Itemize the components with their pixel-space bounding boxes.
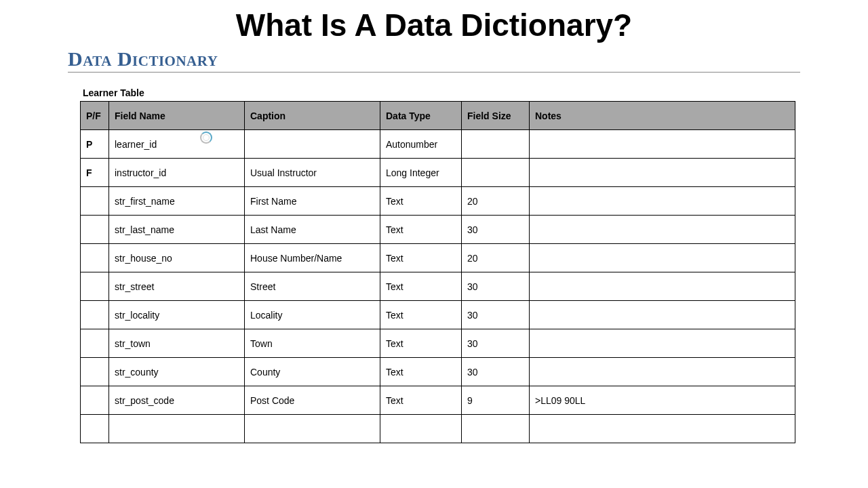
header-row: P/F Field Name Caption Data Type Field S… <box>81 102 795 130</box>
cell-data-type: Text <box>380 358 462 386</box>
col-header-notes: Notes <box>530 102 795 130</box>
cell-caption: House Number/Name <box>245 244 380 272</box>
cell-field-name: str_post_code <box>109 386 245 415</box>
cell-notes: >LL09 90LL <box>530 386 795 415</box>
cell-field-size <box>462 415 530 443</box>
cell-data-type: Text <box>380 329 462 358</box>
cell-pf <box>81 386 109 415</box>
col-header-pf: P/F <box>81 102 109 130</box>
cell-field-size <box>462 159 530 187</box>
cell-data-type: Autonumber <box>380 130 462 159</box>
table-caption: Learner Table <box>83 87 800 98</box>
cell-field-size <box>462 130 530 159</box>
cell-caption: First Name <box>245 187 380 216</box>
table-row <box>81 415 795 443</box>
cell-pf <box>81 415 109 443</box>
cell-pf <box>81 216 109 244</box>
col-header-caption: Caption <box>245 102 380 130</box>
document-body: Data Dictionary Learner Table P/F Field … <box>0 47 868 443</box>
table-row: str_last_nameLast NameText30 <box>81 216 795 244</box>
col-header-data-type: Data Type <box>380 102 462 130</box>
cell-field-name: str_first_name <box>109 187 245 216</box>
table-row: str_house_noHouse Number/NameText20 <box>81 244 795 272</box>
table-row: str_first_nameFirst NameText20 <box>81 187 795 216</box>
data-dictionary-table: P/F Field Name Caption Data Type Field S… <box>80 101 795 443</box>
cell-field-name: instructor_id <box>109 159 245 187</box>
table-row: Finstructor_idUsual InstructorLong Integ… <box>81 159 795 187</box>
cell-notes <box>530 130 795 159</box>
cell-caption: Locality <box>245 301 380 329</box>
table-row: str_townTownText30 <box>81 329 795 358</box>
cell-data-type <box>380 415 462 443</box>
cell-notes <box>530 358 795 386</box>
col-header-field-size: Field Size <box>462 102 530 130</box>
cell-field-size: 30 <box>462 272 530 301</box>
cell-data-type: Text <box>380 272 462 301</box>
cell-field-size: 9 <box>462 386 530 415</box>
table-row: str_streetStreetText30 <box>81 272 795 301</box>
cell-data-type: Text <box>380 386 462 415</box>
cell-field-size: 30 <box>462 301 530 329</box>
cell-data-type: Text <box>380 187 462 216</box>
cell-caption: Usual Instructor <box>245 159 380 187</box>
cell-caption: Town <box>245 329 380 358</box>
cell-field-name: str_town <box>109 329 245 358</box>
cell-pf: F <box>81 159 109 187</box>
cell-notes <box>530 159 795 187</box>
page-main-title: What Is A Data Dictionary? <box>0 0 868 47</box>
cell-pf <box>81 301 109 329</box>
cell-field-name <box>109 415 245 443</box>
cell-field-size: 30 <box>462 358 530 386</box>
cell-notes <box>530 329 795 358</box>
cell-pf <box>81 358 109 386</box>
cell-pf <box>81 272 109 301</box>
cell-field-size: 20 <box>462 187 530 216</box>
cell-notes <box>530 415 795 443</box>
cell-caption: County <box>245 358 380 386</box>
cell-caption <box>245 130 380 159</box>
cell-field-size: 20 <box>462 244 530 272</box>
cell-field-name: str_locality <box>109 301 245 329</box>
cell-data-type: Text <box>380 244 462 272</box>
cell-notes <box>530 187 795 216</box>
cell-notes <box>530 244 795 272</box>
cell-pf: P <box>81 130 109 159</box>
cell-data-type: Text <box>380 301 462 329</box>
cell-data-type: Text <box>380 216 462 244</box>
cell-field-name: learner_id <box>109 130 245 159</box>
section-heading: Data Dictionary <box>68 47 800 73</box>
cell-caption: Post Code <box>245 386 380 415</box>
table-row: Plearner_idAutonumber <box>81 130 795 159</box>
cell-pf <box>81 187 109 216</box>
cell-pf <box>81 329 109 358</box>
col-header-field-name: Field Name <box>109 102 245 130</box>
cell-field-size: 30 <box>462 329 530 358</box>
cell-field-name: str_county <box>109 358 245 386</box>
cell-pf <box>81 244 109 272</box>
cell-caption: Last Name <box>245 216 380 244</box>
cell-field-name: str_street <box>109 272 245 301</box>
cell-data-type: Long Integer <box>380 159 462 187</box>
cell-caption <box>245 415 380 443</box>
cell-field-size: 30 <box>462 216 530 244</box>
cell-field-name: str_house_no <box>109 244 245 272</box>
cell-notes <box>530 301 795 329</box>
cell-field-name: str_last_name <box>109 216 245 244</box>
table-row: str_localityLocalityText30 <box>81 301 795 329</box>
table-row: str_countyCountyText30 <box>81 358 795 386</box>
cell-notes <box>530 216 795 244</box>
cell-notes <box>530 272 795 301</box>
cell-caption: Street <box>245 272 380 301</box>
table-row: str_post_codePost CodeText9>LL09 90LL <box>81 386 795 415</box>
